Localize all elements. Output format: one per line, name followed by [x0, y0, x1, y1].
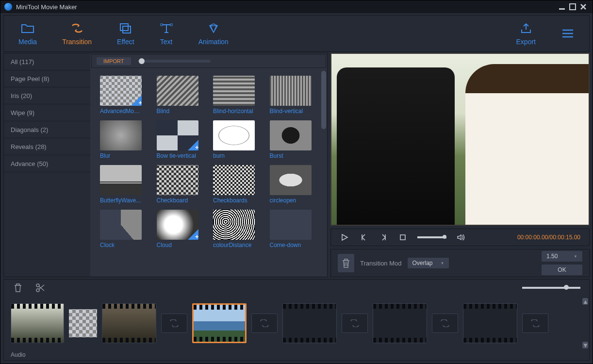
transition-duration-value: 1.50 — [546, 253, 558, 260]
seek-slider[interactable] — [417, 236, 446, 238]
timeline-transition-slot[interactable] — [161, 314, 187, 333]
browser-scrollbar[interactable] — [321, 71, 326, 129]
add-badge-icon — [188, 140, 198, 150]
timeline-tools — [4, 280, 589, 296]
transition-thumbnail[interactable]: Come-down — [270, 210, 318, 248]
transition-thumbnail[interactable]: colourDistance — [213, 210, 261, 248]
add-badge-icon — [131, 95, 142, 106]
thumbnail-label: Blind-horizontal — [213, 108, 255, 115]
play-button[interactable] — [340, 232, 349, 242]
tab-effect[interactable]: Effect — [117, 21, 134, 46]
timeline-transition-slot[interactable] — [251, 314, 278, 333]
category-item[interactable]: Diagonals (2) — [4, 121, 90, 138]
transition-thumbnail[interactable]: Checkboards — [213, 165, 261, 204]
chevron-down-icon: ▼ — [574, 254, 577, 259]
import-button[interactable]: IMPORT — [97, 57, 131, 65]
thumbnail-label: Burst — [270, 152, 312, 159]
category-item[interactable]: Reveals (28) — [4, 138, 90, 155]
tab-text[interactable]: Text — [160, 21, 173, 46]
thumbnail-image — [100, 120, 142, 150]
transition-thumbnail[interactable]: Blur — [100, 120, 148, 159]
export-button[interactable]: Export — [516, 21, 536, 46]
transition-thumbnail[interactable]: ButterflyWave... — [100, 165, 148, 204]
close-button[interactable] — [578, 1, 589, 12]
ok-button[interactable]: OK — [542, 265, 582, 275]
titlebar: MiniTool Movie Maker — [0, 0, 593, 13]
category-item[interactable]: Wipe (9) — [4, 104, 90, 121]
timeline-scrollbar-down[interactable]: ▼ — [582, 342, 588, 348]
transition-mode-panel: Transition Mod Overlap ▼ 1.50 ▼ OK — [330, 249, 590, 277]
prev-frame-button[interactable] — [359, 232, 369, 242]
svg-rect-1 — [570, 4, 576, 10]
svg-rect-2 — [120, 24, 128, 31]
category-item[interactable]: All (117) — [4, 53, 90, 70]
transition-thumbnail[interactable]: AdvancedMosaic — [100, 76, 148, 115]
export-icon — [519, 21, 533, 35]
folder-icon — [21, 21, 34, 35]
delete-transition-button[interactable] — [338, 254, 354, 272]
transition-mode-select[interactable]: Overlap ▼ — [408, 258, 449, 268]
transition-thumbnail[interactable]: Checkboard — [157, 165, 205, 204]
audio-track-label: Audio — [4, 350, 589, 360]
transition-thumbnail[interactable]: burn — [213, 120, 261, 159]
transition-thumbnail[interactable]: Blind-horizontal — [213, 76, 261, 115]
timeline-transition-applied[interactable] — [69, 309, 97, 337]
thumbnail-zoom-slider[interactable] — [138, 60, 211, 63]
volume-button[interactable] — [456, 232, 466, 242]
timeline-clip-empty[interactable] — [463, 303, 517, 343]
transition-icon — [70, 21, 84, 35]
timeline-transition-slot[interactable] — [342, 314, 368, 333]
transition-thumbnail[interactable]: Bow tie-vertical — [157, 120, 205, 159]
thumbnail-label: Blur — [100, 152, 142, 159]
category-item[interactable]: Advance (50) — [4, 155, 90, 172]
svg-rect-6 — [400, 235, 405, 240]
timeline-clip-empty[interactable] — [373, 303, 427, 343]
tab-media[interactable]: Media — [18, 21, 37, 46]
thumbnail-image — [157, 210, 198, 240]
tab-transition-label: Transition — [62, 38, 92, 46]
next-frame-button[interactable] — [379, 232, 388, 242]
transition-thumbnail[interactable]: Burst — [270, 120, 318, 159]
timeline-delete-button[interactable] — [13, 282, 23, 293]
timeline-split-button[interactable] — [35, 282, 46, 293]
transition-grid: AdvancedMosaicBlindBlind-horizontalBlind… — [90, 69, 327, 255]
stop-button[interactable] — [398, 232, 408, 242]
tab-transition[interactable]: Transition — [62, 21, 92, 46]
timeline-clip[interactable] — [102, 303, 156, 343]
thumbnail-label: Bow tie-vertical — [157, 152, 198, 159]
transition-duration-select[interactable]: 1.50 ▼ — [542, 251, 582, 262]
menu-button[interactable] — [561, 27, 575, 40]
timeline-zoom-slider[interactable] — [522, 287, 580, 289]
timeline-clip-selected[interactable] — [192, 303, 247, 343]
tab-animation[interactable]: Animation — [198, 21, 229, 46]
thumbnail-label: circleopen — [270, 197, 312, 204]
category-list: All (117)Page Peel (8)Iris (20)Wipe (9)D… — [4, 53, 90, 277]
video-track[interactable]: ▲ ▼ — [4, 296, 589, 350]
transition-thumbnail[interactable]: Cloud — [157, 210, 205, 248]
add-badge-icon — [188, 229, 198, 240]
thumbnail-image — [100, 210, 142, 240]
transition-thumbnail[interactable]: Blind — [157, 76, 205, 115]
thumbnail-image — [157, 76, 198, 106]
timeline-clip-empty[interactable] — [282, 303, 337, 343]
timeline-transition-slot[interactable] — [522, 314, 548, 333]
transition-thumbnail[interactable]: circleopen — [270, 165, 318, 204]
maximize-button[interactable] — [567, 1, 578, 12]
transition-thumbnail[interactable]: Clock — [100, 210, 148, 248]
minimize-button[interactable] — [557, 1, 567, 12]
timeline-clip[interactable] — [11, 303, 64, 343]
transition-mode-label: Transition Mod — [360, 260, 402, 267]
transition-thumbnail[interactable]: Blind-vertical — [270, 76, 318, 115]
video-preview[interactable] — [330, 53, 590, 226]
thumbnail-image — [100, 165, 142, 195]
trash-icon — [341, 258, 351, 268]
tab-media-label: Media — [18, 38, 37, 46]
category-item[interactable]: Page Peel (8) — [4, 70, 90, 87]
svg-rect-3 — [123, 26, 131, 33]
category-item[interactable]: Iris (20) — [4, 87, 90, 104]
timeline-transition-slot[interactable] — [432, 314, 458, 333]
main-area: All (117)Page Peel (8)Iris (20)Wipe (9)D… — [0, 53, 593, 277]
thumbnail-image — [270, 76, 312, 106]
thumbnail-label: burn — [213, 152, 255, 159]
timeline-scrollbar-up[interactable]: ▲ — [582, 298, 588, 305]
